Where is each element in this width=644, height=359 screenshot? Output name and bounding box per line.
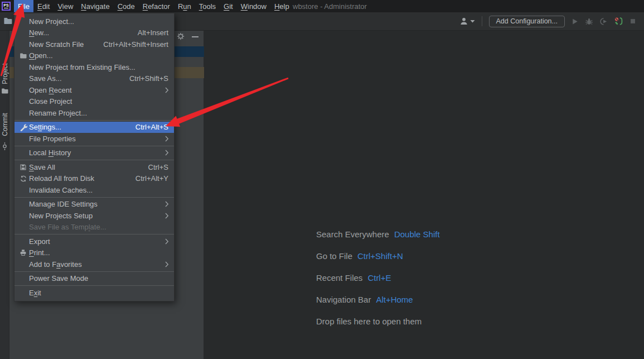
project-folder-icon[interactable] bbox=[1, 87, 8, 97]
menubar-item-view[interactable]: View bbox=[54, 0, 77, 12]
printer-icon bbox=[17, 249, 29, 256]
main-menubar: FileEditViewNavigateCodeRefactorRunTools… bbox=[14, 0, 293, 12]
submenu-arrow-icon bbox=[165, 261, 174, 267]
menu-shortcut: Ctrl+Alt+Y bbox=[135, 174, 174, 183]
menu-item-exit[interactable]: Exit bbox=[14, 287, 174, 299]
open-folder-icon[interactable] bbox=[3, 16, 13, 27]
menu-separator bbox=[14, 120, 174, 121]
wrench-icon bbox=[17, 123, 29, 131]
menu-separator bbox=[14, 146, 174, 146]
ide-window: PS FileEditViewNavigateCodeRefactorRunTo… bbox=[0, 0, 644, 359]
folder-icon bbox=[17, 52, 29, 59]
play-icon[interactable] bbox=[570, 17, 579, 26]
menu-shortcut: Ctrl+Alt+S bbox=[135, 123, 174, 131]
menubar-item-git[interactable]: Git bbox=[220, 0, 237, 12]
menu-item-export[interactable]: Export bbox=[14, 236, 174, 247]
menu-separator bbox=[14, 160, 174, 160]
hint-recent-files: Recent FilesCtrl+E bbox=[316, 267, 440, 289]
submenu-arrow-icon bbox=[165, 213, 174, 219]
gear-icon[interactable] bbox=[177, 32, 185, 42]
menu-item-print[interactable]: Print... bbox=[14, 247, 174, 259]
menu-item-rename-project[interactable]: Rename Project... bbox=[14, 107, 174, 119]
menu-separator bbox=[14, 271, 174, 272]
menu-item-reload-all-from-disk[interactable]: Reload All from DiskCtrl+Alt+Y bbox=[14, 173, 174, 185]
menu-shortcut: Ctrl+Shift+S bbox=[129, 74, 174, 83]
window-title: wbstore - Administrator bbox=[293, 0, 367, 12]
menu-item-invalidate-caches[interactable]: Invalidate Caches... bbox=[14, 184, 174, 196]
toolbar-divider bbox=[482, 16, 482, 26]
menu-item-file-properties[interactable]: File Properties bbox=[14, 133, 174, 145]
submenu-arrow-icon bbox=[165, 201, 174, 207]
menu-item-new-scratch-file[interactable]: New Scratch FileCtrl+Alt+Shift+Insert bbox=[14, 39, 174, 50]
title-bar: PS FileEditViewNavigateCodeRefactorRunTo… bbox=[0, 0, 644, 12]
menu-shortcut: Ctrl+S bbox=[148, 163, 174, 171]
submenu-arrow-icon bbox=[165, 150, 174, 156]
menu-item-manage-ide-settings[interactable]: Manage IDE Settings bbox=[14, 199, 174, 210]
phone-listener-icon[interactable] bbox=[613, 17, 623, 26]
save-icon bbox=[17, 164, 29, 171]
menu-item-save-as[interactable]: Save As...Ctrl+Shift+S bbox=[14, 73, 174, 85]
menubar-item-window[interactable]: Window bbox=[237, 0, 270, 12]
coverage-icon[interactable] bbox=[599, 17, 608, 26]
user-icon bbox=[459, 17, 469, 26]
editor-area: Search EverywhereDouble ShiftGo to FileC… bbox=[204, 31, 644, 359]
menu-item-new-projects-setup[interactable]: New Projects Setup bbox=[14, 210, 174, 222]
menubar-item-navigate[interactable]: Navigate bbox=[77, 0, 113, 12]
commit-icon[interactable] bbox=[1, 142, 8, 153]
empty-editor-shortcuts: Search EverywhereDouble ShiftGo to FileC… bbox=[316, 223, 440, 332]
chevron-down-icon bbox=[470, 17, 475, 26]
menu-item-open-recent[interactable]: Open Recent bbox=[14, 84, 174, 96]
hint-go-to-file: Go to FileCtrl+Shift+N bbox=[316, 245, 440, 267]
refresh-icon bbox=[17, 175, 29, 183]
menubar-item-refactor[interactable]: Refactor bbox=[139, 0, 174, 12]
add-configuration-button[interactable]: Add Configuration... bbox=[489, 16, 565, 27]
submenu-arrow-icon bbox=[165, 238, 174, 245]
hint-drop-files-here-to-open-them: Drop files here to open them bbox=[316, 310, 440, 332]
menu-item-add-to-favorites[interactable]: Add to Favorites bbox=[14, 259, 174, 270]
menu-shortcut: Ctrl+Alt+Shift+Insert bbox=[103, 40, 174, 49]
menu-item-close-project[interactable]: Close Project bbox=[14, 96, 174, 108]
menu-separator bbox=[14, 234, 174, 234]
menu-separator bbox=[14, 285, 174, 286]
stripe-button-commit[interactable]: Commit bbox=[1, 113, 9, 136]
menu-item-settings[interactable]: Settings...Ctrl+Alt+S bbox=[14, 122, 174, 133]
phpstorm-logo-icon: PS bbox=[2, 2, 11, 11]
menu-separator bbox=[14, 197, 174, 198]
hide-tool-window-icon[interactable] bbox=[192, 36, 198, 37]
menu-item-new-project-from-existing-files[interactable]: New Project from Existing Files... bbox=[14, 61, 174, 73]
menubar-item-tools[interactable]: Tools bbox=[195, 0, 220, 12]
menu-item-open[interactable]: Open... bbox=[14, 50, 174, 62]
hint-navigation-bar: Navigation BarAlt+Home bbox=[316, 289, 440, 310]
menubar-item-edit[interactable]: Edit bbox=[33, 0, 54, 12]
submenu-arrow-icon bbox=[165, 136, 174, 142]
debug-icon[interactable] bbox=[584, 17, 594, 26]
menu-item-new-project[interactable]: New Project... bbox=[14, 16, 174, 27]
menu-shortcut: Alt+Insert bbox=[138, 28, 174, 37]
menubar-item-help[interactable]: Help bbox=[270, 0, 293, 12]
user-account-button[interactable] bbox=[459, 17, 475, 26]
hint-search-everywhere: Search EverywhereDouble Shift bbox=[316, 223, 440, 245]
submenu-arrow-icon bbox=[165, 87, 174, 93]
stripe-button-project[interactable]: Project bbox=[1, 63, 9, 84]
menu-item-power-save-mode[interactable]: Power Save Mode bbox=[14, 273, 174, 285]
stop-icon[interactable] bbox=[628, 17, 637, 26]
menu-item-new[interactable]: New...Alt+Insert bbox=[14, 27, 174, 39]
file-dropdown-menu: New Project...New...Alt+InsertNew Scratc… bbox=[14, 13, 175, 301]
tool-window-stripe: Project Commit bbox=[0, 31, 9, 359]
menubar-item-file[interactable]: File bbox=[14, 0, 33, 12]
menubar-item-run[interactable]: Run bbox=[174, 0, 195, 12]
menu-item-save-file-as-template: Save File as Template... bbox=[14, 222, 174, 233]
menubar-item-code[interactable]: Code bbox=[114, 0, 139, 12]
menu-item-save-all[interactable]: Save AllCtrl+S bbox=[14, 161, 174, 173]
menu-item-local-history[interactable]: Local History bbox=[14, 147, 174, 159]
